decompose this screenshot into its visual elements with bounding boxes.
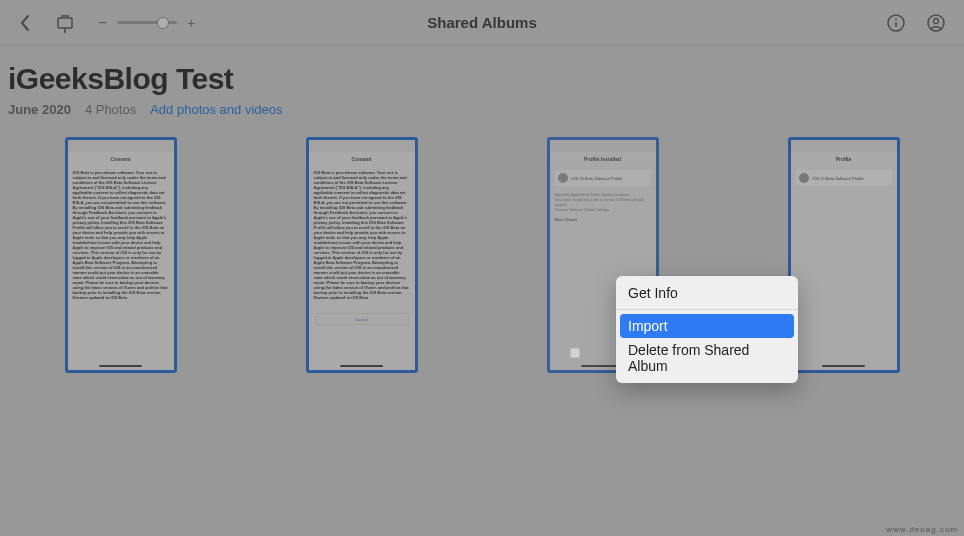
menu-item-delete[interactable]: Delete from Shared Album [616,338,798,378]
context-menu: Get Info Import Delete from Shared Album [616,276,798,383]
album-title: iGeeksBlog Test [8,62,956,96]
svg-point-2 [895,18,897,20]
menu-item-import[interactable]: Import [620,314,794,338]
zoom-slider[interactable] [117,21,177,24]
album-date: June 2020 [8,102,71,117]
back-button[interactable] [18,13,32,33]
svg-rect-0 [58,18,72,28]
photo-grid: Consent iOS Beta is pre-release software… [0,123,964,373]
watermark: www.deuag.com [886,525,958,534]
svg-point-4 [934,18,939,23]
photo-thumbnail[interactable]: Consent iOS Beta is pre-release software… [306,137,418,373]
photo-thumbnail[interactable]: Consent iOS Beta is pre-release software… [65,137,177,373]
toolbar: − + Shared Albums [0,0,964,46]
menu-separator [616,309,798,310]
people-button[interactable] [926,13,946,33]
zoom-slider-group: − + [98,14,196,32]
photo-thumbnail[interactable]: Profile iOS 14 Beta Software Profile [788,137,900,373]
svg-rect-6 [570,348,580,358]
info-button[interactable] [886,13,906,33]
menu-item-get-info[interactable]: Get Info [616,281,798,305]
album-header: iGeeksBlog Test June 2020 4 Photos Add p… [0,46,964,123]
zoom-slider-thumb[interactable] [157,17,169,29]
share-indicator-icon [566,346,582,362]
slideshow-button[interactable] [54,12,76,34]
photo-count: 4 Photos [85,102,136,117]
add-photos-link[interactable]: Add photos and videos [150,102,282,117]
zoom-out-button[interactable]: − [98,14,107,32]
zoom-in-button[interactable]: + [187,15,195,31]
